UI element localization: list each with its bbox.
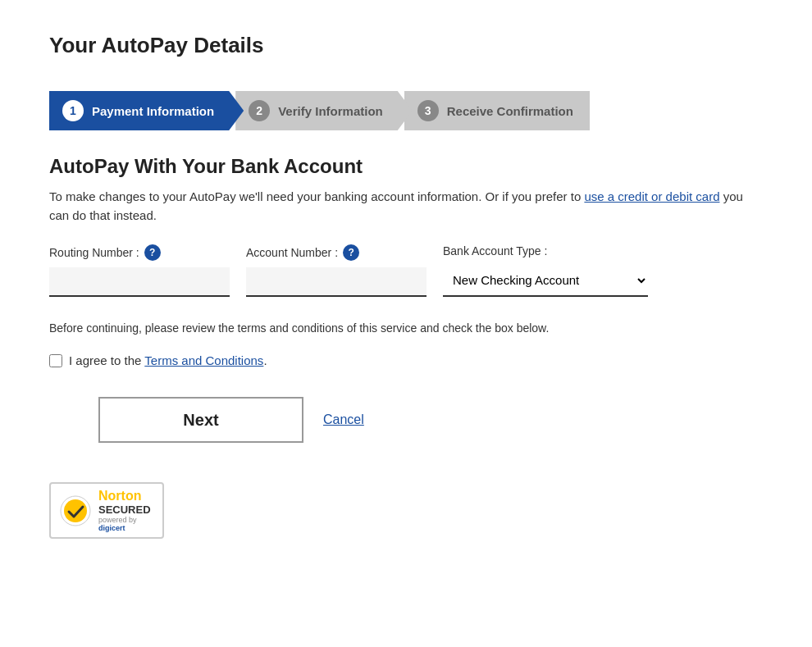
step-3-label: Receive Confirmation [447,104,573,118]
norton-text: Norton SECURED powered by digicert [98,489,151,532]
bank-type-label: Bank Account Type : [443,244,648,257]
description: To make changes to your AutoPay we'll ne… [49,188,763,225]
routing-number-input[interactable] [49,267,230,297]
steps-bar: 1 Payment Information 2 Verify Informati… [49,91,763,130]
step-2-label: Verify Information [278,104,383,118]
checkbox-prefix: I agree to the [69,353,144,367]
section-title: AutoPay With Your Bank Account [49,155,763,178]
account-number-group: Account Number : ? [246,244,427,297]
step-3: 3 Receive Confirmation [404,91,590,130]
terms-notice: Before continuing, please review the ter… [49,320,763,337]
step-1-num: 1 [62,100,84,121]
account-label: Account Number : ? [246,244,427,261]
bank-type-select[interactable]: New Checking Account New Savings Account… [443,264,648,297]
norton-checkmark-icon [59,494,92,527]
routing-help-icon[interactable]: ? [144,244,161,261]
norton-digicert: digicert [98,524,151,532]
account-help-icon[interactable]: ? [343,244,359,261]
description-text-1: To make changes to your AutoPay we'll ne… [49,189,584,203]
checkbox-suffix: . [263,353,267,367]
cancel-button[interactable]: Cancel [323,412,364,427]
button-row: Next Cancel [98,397,763,443]
routing-number-group: Routing Number : ? [49,244,230,297]
svg-point-1 [64,499,87,522]
checkbox-row: I agree to the Terms and Conditions. [49,353,763,367]
step-2-num: 2 [249,100,270,121]
norton-powered-text: powered by [98,516,151,524]
next-button[interactable]: Next [98,397,303,443]
account-number-input[interactable] [246,267,427,297]
routing-label: Routing Number : ? [49,244,230,261]
terms-checkbox[interactable] [49,354,62,367]
norton-secured: SECURED [98,503,151,516]
credit-card-link[interactable]: use a credit or debit card [584,189,719,203]
bank-type-group: Bank Account Type : New Checking Account… [443,244,648,297]
step-1-label: Payment Information [92,104,214,118]
page-title: Your AutoPay Details [49,33,763,58]
terms-link[interactable]: Terms and Conditions [144,353,263,367]
step-2: 2 Verify Information [235,91,413,130]
form-row: Routing Number : ? Account Number : ? Ba… [49,244,763,297]
norton-badge: Norton SECURED powered by digicert [49,482,164,539]
step-1: 1 Payment Information [49,91,244,130]
norton-brand: Norton [98,489,151,503]
step-3-num: 3 [417,100,439,121]
terms-checkbox-label: I agree to the Terms and Conditions. [69,353,267,367]
